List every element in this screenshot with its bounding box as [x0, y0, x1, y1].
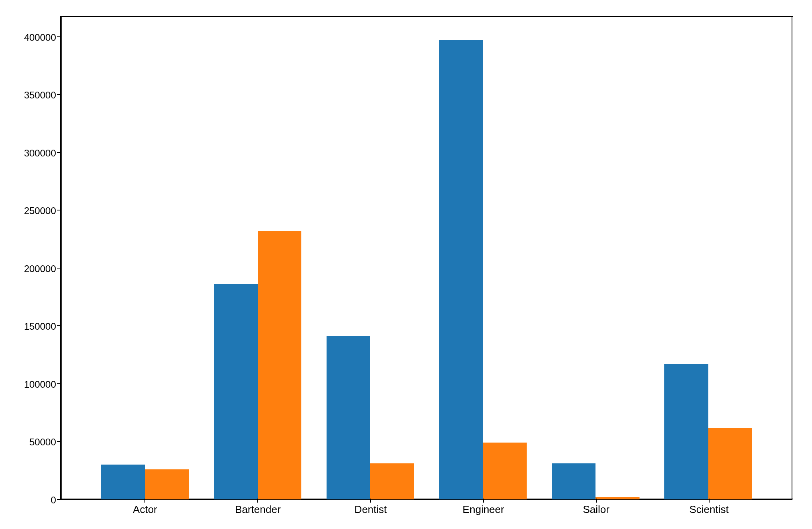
x-tick-mark [144, 499, 145, 503]
x-tick-mark [257, 499, 258, 503]
bar-series1 [214, 284, 258, 499]
x-axis-label: Dentist [355, 503, 387, 516]
y-tick-label: 100000 [24, 379, 56, 390]
bar-series2 [708, 428, 752, 499]
y-tick-mark [57, 325, 61, 326]
x-tick-mark [370, 499, 371, 503]
bar-series2 [258, 231, 302, 499]
y-tick-mark [57, 94, 61, 95]
bar-series1 [664, 364, 708, 499]
y-tick-mark [57, 210, 61, 210]
y-tick-mark [57, 36, 61, 37]
x-axis-label: Actor [133, 503, 157, 516]
x-axis: Actor Bartender Dentist Engineer Sailor … [61, 499, 793, 515]
y-tick-mark [57, 441, 61, 442]
y-tick-mark [57, 499, 61, 500]
y-tick-label: 0 [51, 495, 56, 506]
y-tick-label: 300000 [24, 148, 56, 159]
bar-series1 [439, 40, 483, 499]
spine-right [792, 16, 792, 500]
x-tick-mark [483, 499, 484, 503]
y-tick-mark [57, 152, 61, 153]
plot-area: 0 50000 100000 150000 200000 250000 3000… [60, 16, 792, 500]
x-axis-label: Sailor [583, 503, 609, 516]
y-tick-label: 150000 [24, 321, 56, 332]
bar-series2 [145, 469, 189, 499]
y-tick-label: 200000 [24, 263, 56, 275]
x-axis-label: Scientist [689, 503, 728, 516]
y-axis: 0 50000 100000 150000 200000 250000 3000… [1, 16, 61, 500]
bar-series1 [327, 336, 371, 499]
x-tick-mark [596, 499, 597, 503]
bar-series1 [101, 465, 145, 499]
y-tick-mark [57, 268, 61, 269]
bar-series1 [552, 463, 596, 499]
bar-series2 [483, 443, 527, 499]
spine-top [61, 16, 793, 17]
x-tick-mark [709, 499, 710, 503]
y-tick-label: 400000 [24, 32, 56, 43]
chart-container: 0 50000 100000 150000 200000 250000 3000… [60, 16, 792, 512]
y-tick-label: 350000 [24, 90, 56, 101]
bar-series2 [370, 463, 414, 499]
x-axis-label: Engineer [463, 503, 504, 516]
y-tick-label: 50000 [29, 437, 56, 448]
x-axis-label: Bartender [235, 503, 281, 516]
y-tick-label: 250000 [24, 205, 56, 216]
y-tick-mark [57, 383, 61, 384]
spine-left [61, 16, 62, 500]
